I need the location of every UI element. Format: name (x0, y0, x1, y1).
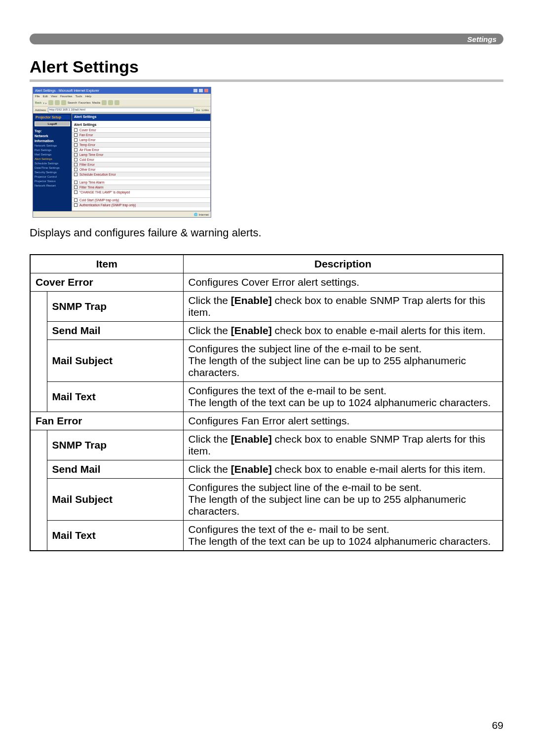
sidebar-item-security-settings[interactable]: Security Settings (35, 171, 70, 174)
error-row: Lamp Error (72, 137, 210, 142)
error-row: Fan Error (72, 132, 210, 137)
checkbox-icon[interactable] (74, 173, 77, 176)
sub-item-desc: Configures the text of the e-mail to be … (183, 382, 503, 412)
table-sub-row: SNMP TrapClick the [Enable] check box to… (30, 430, 503, 460)
sidebar-item-network-settings[interactable]: Network Settings (35, 144, 70, 147)
zone-icon: 🌐 (194, 213, 197, 216)
maximize-icon[interactable] (198, 88, 203, 93)
sidebar-group-information: Information (35, 139, 70, 143)
snmp-row: Authentication Failure (SNMP trap only) (72, 202, 210, 207)
alarm-list: Lamp Time Alarm Filter Time Alarm "CHANG… (72, 180, 210, 194)
favorites-button[interactable]: Favorites (78, 101, 91, 104)
sub-item-desc: Configures the subject line of the e-mai… (183, 479, 503, 521)
error-row: Other Error (72, 167, 210, 172)
table-sub-row: Mail TextConfigures the text of the e- m… (30, 521, 503, 551)
sidebar-item-port-settings[interactable]: Port Settings (35, 149, 70, 151)
menu-view[interactable]: View (51, 95, 57, 98)
sidebar-item-network-restart[interactable]: Network Restart (35, 184, 70, 187)
checkbox-icon[interactable] (74, 203, 77, 207)
status-text: Internet (199, 213, 209, 216)
window-controls (193, 88, 209, 93)
error-row: Lamp Time Error (72, 152, 210, 157)
menu-favorites[interactable]: Favorites (60, 95, 73, 98)
section-header-bar: Settings (30, 34, 503, 44)
page-title: Alert Settings (30, 57, 503, 76)
table-sub-row: SNMP TrapClick the [Enable] check box to… (30, 292, 503, 322)
table-group-row: Fan ErrorConfigures Fan Error alert sett… (30, 412, 503, 430)
error-row: Cover Error (72, 127, 210, 132)
back-button[interactable]: Back (35, 101, 41, 104)
menu-file[interactable]: File (35, 95, 40, 98)
home-icon[interactable] (61, 100, 66, 105)
checkbox-icon[interactable] (74, 186, 77, 189)
status-bar: 🌐 Internet (33, 211, 211, 217)
checkbox-icon[interactable] (74, 158, 77, 161)
checkbox-icon[interactable] (74, 153, 77, 156)
sidebar: Projector Setup Logoff Top: Network Info… (33, 113, 72, 211)
stop-icon[interactable] (48, 100, 53, 105)
window-title: Alert Settings - Microsoft Internet Expl… (35, 89, 99, 92)
links-label[interactable]: Links (202, 109, 209, 112)
address-bar: Address http://192.168.1.10/adl.html Go … (33, 107, 211, 113)
table-sub-row: Send MailClick the [Enable] check box to… (30, 322, 503, 340)
sub-item-name: Mail Subject (47, 479, 183, 521)
sidebar-item-projector-status[interactable]: Projector Status (35, 180, 70, 183)
checkbox-icon[interactable] (74, 133, 77, 137)
sub-item-desc: Click the [Enable] check box to enable S… (183, 430, 503, 460)
refresh-icon[interactable] (55, 100, 60, 105)
sidebar-item-alert-settings[interactable]: Alert Settings (35, 157, 70, 160)
description-table: Item Description Cover ErrorConfigures C… (30, 254, 503, 551)
table-sub-row: Mail SubjectConfigures the subject line … (30, 340, 503, 382)
alarm-row: Lamp Time Alarm (72, 180, 210, 185)
sidebar-item-datetime-settings[interactable]: Date/Time Settings (35, 166, 70, 169)
logoff-button[interactable]: Logoff (35, 121, 70, 126)
checkbox-icon[interactable] (74, 168, 77, 171)
snmp-row: Cold Start (SNMP trap only) (72, 197, 210, 202)
go-button[interactable]: Go (196, 109, 200, 112)
media-button[interactable]: Media (92, 101, 100, 104)
checkbox-icon[interactable] (74, 148, 77, 151)
sidebar-item-mail-settings[interactable]: Mail Settings (35, 153, 70, 156)
checkbox-icon[interactable] (74, 190, 77, 194)
error-row: Temp Error (72, 142, 210, 147)
sidebar-item-schedule-settings[interactable]: Schedule Settings (35, 162, 70, 165)
indent-spacer (30, 292, 47, 412)
group-name: Cover Error (30, 273, 183, 292)
content-header: Alert Settings (72, 114, 210, 121)
sub-item-name: Send Mail (47, 460, 183, 479)
checkbox-icon[interactable] (74, 198, 77, 202)
sub-item-name: SNMP Trap (47, 430, 183, 460)
title-underline (30, 79, 503, 82)
menu-tools[interactable]: Tools (76, 95, 82, 98)
print-icon[interactable] (114, 100, 119, 105)
search-button[interactable]: Search (68, 101, 77, 104)
close-icon[interactable] (204, 88, 209, 93)
checkbox-icon[interactable] (74, 138, 77, 142)
indent-spacer (30, 430, 47, 551)
sidebar-group-top: Top: (35, 129, 70, 133)
error-row: Cold Error (72, 157, 210, 162)
window-titlebar: Alert Settings - Microsoft Internet Expl… (33, 87, 211, 94)
content-section-label: Alert Settings (72, 121, 210, 127)
menu-edit[interactable]: Edit (43, 95, 48, 98)
menu-help[interactable]: Help (85, 95, 91, 98)
intro-text: Displays and configures failure & warnin… (30, 227, 503, 239)
sub-item-desc: Click the [Enable] check box to enable S… (183, 292, 503, 322)
mail-icon[interactable] (108, 100, 113, 105)
error-list: Cover Error Fan Error Lamp Error Temp Er… (72, 127, 210, 177)
table-header-description: Description (183, 255, 503, 273)
checkbox-icon[interactable] (74, 128, 77, 132)
checkbox-icon[interactable] (74, 163, 77, 166)
address-input[interactable]: http://192.168.1.10/adl.html (48, 108, 194, 113)
checkbox-icon[interactable] (74, 143, 77, 147)
checkbox-icon[interactable] (74, 181, 77, 184)
history-icon[interactable] (102, 100, 107, 105)
error-row: Filter Error (72, 162, 210, 167)
alarm-row: "CHANGE THE LAMP" is displayed (72, 189, 210, 194)
alarm-row: Filter Time Alarm (72, 185, 210, 189)
sub-item-desc: Configures the subject line of the e-mai… (183, 340, 503, 382)
minimize-icon[interactable] (193, 88, 198, 93)
table-header-item: Item (30, 255, 183, 273)
sidebar-item-projector-control[interactable]: Projector Control (35, 175, 70, 178)
section-header-label: Settings (467, 35, 496, 43)
